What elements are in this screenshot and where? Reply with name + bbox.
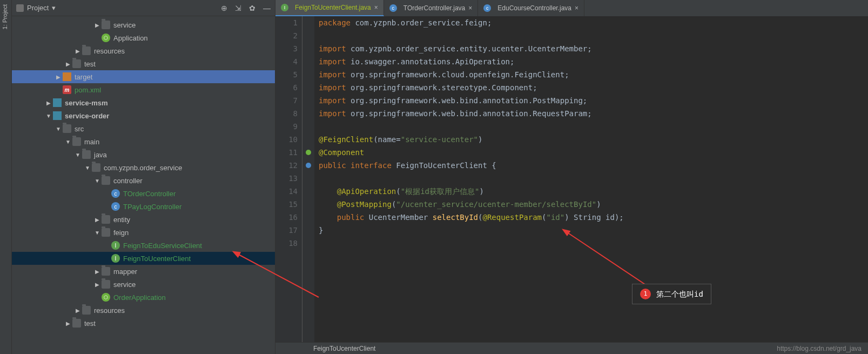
locate-icon[interactable]: ⊕ [221, 4, 227, 12]
tree-item-tordercontroller[interactable]: ▶cTOrderController [12, 187, 275, 200]
tree-item-pom-xml[interactable]: ▶mpom.xml [12, 83, 275, 96]
folder-icon [102, 267, 110, 276]
tree-arrow-icon[interactable]: ▼ [73, 152, 82, 158]
gutter-blank [302, 81, 314, 94]
tree-arrow-icon[interactable]: ▶ [93, 282, 102, 288]
tree-arrow-icon[interactable]: ▶ [64, 61, 72, 67]
tree-item-test[interactable]: ▶test [12, 57, 275, 70]
tree-item-feigntoucenterclient[interactable]: ▶IFeignToUcenterClient [12, 252, 275, 265]
tree-item-feign[interactable]: ▼feign [12, 226, 275, 239]
tree-arrow-icon[interactable]: ▼ [44, 113, 53, 119]
tree-item-controller[interactable]: ▼controller [12, 174, 275, 187]
close-icon[interactable]: × [468, 4, 472, 12]
callout-text: 第二个也叫id [656, 288, 703, 300]
i-icon: I [111, 254, 120, 263]
tree-item-service-order[interactable]: ▼service-order [12, 109, 275, 122]
tree-label: FeignToEduServiceClient [123, 242, 202, 250]
tab-tordercontroller-java[interactable]: cTOrderController.java× [384, 0, 479, 16]
collapse-icon[interactable]: ⇲ [235, 4, 241, 12]
project-tree[interactable]: ▶service▶⬡Application▶resources▶test▶tar… [12, 16, 275, 354]
code-line[interactable]: package com.yzpnb.order_service.feign; [319, 16, 868, 29]
project-tool-tab[interactable]: 1: Project [0, 0, 12, 354]
project-icon [16, 4, 24, 12]
tree-item-service[interactable]: ▶service [12, 18, 275, 31]
line-number: 16 [275, 211, 298, 224]
tree-arrow-icon[interactable]: ▶ [64, 320, 72, 326]
code-line[interactable] [319, 29, 868, 42]
tree-arrow-icon[interactable]: ▶ [73, 308, 82, 313]
code-content[interactable]: package com.yzpnb.order_service.feign; i… [314, 16, 868, 342]
tree-arrow-icon[interactable]: ▼ [54, 126, 63, 132]
tree-label: com.yzpnb.order_service [104, 164, 182, 172]
code-line[interactable]: import org.springframework.cloud.openfei… [319, 68, 868, 81]
tree-item-java[interactable]: ▼java [12, 148, 275, 161]
tree-item-mapper[interactable]: ▶mapper [12, 265, 275, 278]
tree-item-src[interactable]: ▼src [12, 122, 275, 135]
tree-item-orderapplication[interactable]: ▶⬡OrderApplication [12, 291, 275, 304]
editor-area: IFeignToUcenterClient.java×cTOrderContro… [275, 0, 868, 354]
code-line[interactable] [319, 120, 868, 133]
tree-item-resources[interactable]: ▶resources [12, 44, 275, 57]
code-line[interactable]: @PostMapping("/ucenter_service/ucenter-m… [319, 198, 868, 211]
tree-item-entity[interactable]: ▶entity [12, 213, 275, 226]
tree-arrow-icon[interactable]: ▶ [93, 22, 102, 28]
code-editor[interactable]: 123456789101112131415161718 package com.… [275, 16, 868, 342]
tree-arrow-icon[interactable]: ▶ [54, 74, 63, 80]
gear-icon[interactable]: ✿ [249, 4, 255, 12]
code-line[interactable]: public UcenterMember selectById(@Request… [319, 211, 868, 224]
impl-gutter-icon[interactable] [302, 159, 314, 172]
tree-label: target [75, 73, 92, 81]
tree-arrow-icon[interactable]: ▼ [93, 178, 102, 184]
tree-item-tpaylogcontroller[interactable]: ▶cTPayLogController [12, 200, 275, 213]
code-line[interactable]: @Component [319, 146, 868, 159]
code-line[interactable] [319, 172, 868, 185]
status-bar: FeignToUcenterClient https://blog.csdn.n… [275, 342, 868, 354]
code-line[interactable]: import org.springframework.stereotype.Co… [319, 81, 868, 94]
code-line[interactable]: } [319, 224, 868, 237]
close-icon[interactable]: × [575, 4, 578, 12]
code-line[interactable]: public interface FeignToUcenterClient { [319, 159, 868, 172]
tree-item-feigntoeduserviceclient[interactable]: ▶IFeignToEduServiceClient [12, 239, 275, 252]
tab-feigntoucenterclient-java[interactable]: IFeignToUcenterClient.java× [275, 0, 384, 16]
tree-label: service-msm [65, 99, 108, 107]
tree-label: service [113, 21, 136, 29]
code-line[interactable]: @ApiOperation("根据id获取用户信息") [319, 185, 868, 198]
tree-arrow-icon[interactable]: ▶ [73, 48, 82, 54]
code-line[interactable] [319, 237, 868, 250]
code-line[interactable]: @FeignClient(name="service-ucenter") [319, 133, 868, 146]
close-icon[interactable]: × [374, 4, 378, 11]
code-line[interactable]: import org.springframework.web.bind.anno… [319, 107, 868, 120]
code-line[interactable]: import io.swagger.annotations.ApiOperati… [319, 55, 868, 68]
hide-icon[interactable]: — [263, 4, 271, 12]
tree-arrow-icon[interactable]: ▶ [44, 100, 53, 106]
tree-item-application[interactable]: ▶⬡Application [12, 31, 275, 44]
tree-arrow-icon[interactable]: ▼ [93, 230, 102, 236]
tree-arrow-icon[interactable]: ▶ [93, 217, 102, 223]
tree-item-resources[interactable]: ▶resources [12, 304, 275, 317]
breadcrumb[interactable]: FeignToUcenterClient [313, 345, 375, 352]
gutter-blank [302, 185, 314, 198]
gutter-blank [302, 107, 314, 120]
tree-item-test[interactable]: ▶test [12, 317, 275, 330]
spring-gutter-icon[interactable] [302, 146, 314, 159]
tree-arrow-icon[interactable]: ▼ [83, 165, 92, 171]
folder-icon [102, 176, 110, 185]
tree-arrow-icon[interactable]: ▼ [64, 139, 72, 145]
c-icon: c [483, 4, 491, 12]
tree-item-main[interactable]: ▼main [12, 135, 275, 148]
panel-dropdown-icon[interactable]: ▾ [52, 4, 56, 12]
tree-item-com-yzpnb-order_service[interactable]: ▼com.yzpnb.order_service [12, 161, 275, 174]
tree-label: resources [94, 306, 125, 315]
tree-item-target[interactable]: ▶target [12, 70, 275, 83]
tree-label: service-order [65, 112, 109, 120]
tab-label: FeignToUcenterClient.java [295, 4, 371, 11]
tree-item-service-msm[interactable]: ▶service-msm [12, 96, 275, 109]
folder-icon [82, 46, 91, 55]
line-number: 3 [275, 42, 298, 55]
tree-label: controller [113, 177, 142, 185]
tree-item-service[interactable]: ▶service [12, 278, 275, 291]
code-line[interactable]: import com.yzpnb.order_service.entity.uc… [319, 42, 868, 55]
tab-educoursecontroller-java[interactable]: cEduCourseController.java× [478, 0, 584, 16]
code-line[interactable]: import org.springframework.web.bind.anno… [319, 94, 868, 107]
tree-arrow-icon[interactable]: ▶ [93, 269, 102, 275]
